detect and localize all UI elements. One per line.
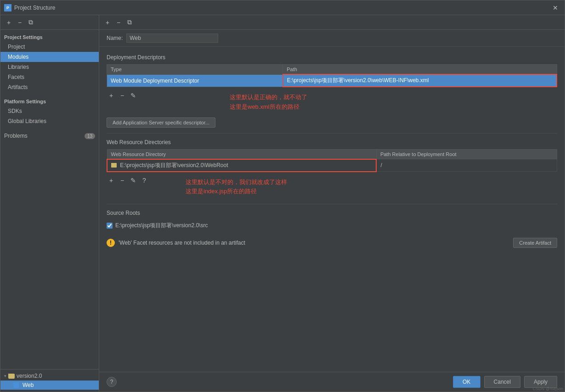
web-dir-col-header: Web Resource Directory xyxy=(107,149,376,159)
main-toolbar: + − ⧉ xyxy=(99,15,565,30)
platform-settings-label: Platform Settings xyxy=(0,96,99,106)
folder-icon xyxy=(8,374,15,379)
sidebar-item-facets[interactable]: Facets xyxy=(0,72,99,82)
dd-annotation: 这里默认是正确的，就不动了 这里是web.xml所在的路径 xyxy=(230,93,557,112)
module-icon xyxy=(13,382,19,388)
source-root-checkbox[interactable] xyxy=(107,223,113,229)
tree-item-web-label: Web xyxy=(23,382,34,388)
main-remove-button[interactable]: − xyxy=(114,18,123,27)
deployment-path-cell: E:\projects\jsp项目部署\version2.0\web\WEB-I… xyxy=(283,74,557,87)
dd-edit-btn[interactable]: ✎ xyxy=(129,91,138,100)
chevron-down-icon: ▾ xyxy=(4,374,6,378)
wrd-add-btn[interactable]: + xyxy=(107,176,116,185)
source-roots-section: Source Roots E:\projects\jsp项目部署\version… xyxy=(107,210,557,231)
separator-1 xyxy=(107,133,557,134)
problems-badge: 13 xyxy=(85,133,95,139)
table-row[interactable]: E:\projects\jsp项目部署\version2.0\WebRoot / xyxy=(107,159,557,172)
dd-remove-btn[interactable]: − xyxy=(118,91,127,100)
ok-button[interactable]: OK xyxy=(453,376,480,388)
path-rel-col-header: Path Relative to Deployment Root xyxy=(376,149,557,159)
deployment-descriptors-table: Type Path Web Module Deployment Descript… xyxy=(107,64,557,87)
create-artifact-button[interactable]: Create Artifact xyxy=(513,238,557,248)
wrd-remove-btn[interactable]: − xyxy=(118,176,127,185)
add-button[interactable]: + xyxy=(4,18,13,27)
name-input[interactable] xyxy=(126,34,218,43)
sidebar-item-global-libraries[interactable]: Global Libraries xyxy=(0,116,99,126)
remove-button[interactable]: − xyxy=(15,18,24,27)
sidebar-item-libraries[interactable]: Libraries xyxy=(0,62,99,72)
add-server-button[interactable]: Add Application Server specific descript… xyxy=(107,118,215,128)
sidebar-toolbar: + − ⧉ xyxy=(0,15,99,30)
wrd-annotation: 这里默认是不对的，我们就改成了这样 这里是index.jsp所在的路径 xyxy=(186,178,557,197)
main-copy-button[interactable]: ⧉ xyxy=(125,18,134,27)
web-dir-cell: E:\projects\jsp项目部署\version2.0\WebRoot xyxy=(107,159,376,172)
close-button[interactable]: ✕ xyxy=(550,3,561,12)
tree-item-version[interactable]: ▾ version2.0 xyxy=(0,371,99,381)
type-col-header: Type xyxy=(107,65,283,75)
sidebar-nav: Project Settings Project Modules Librari… xyxy=(0,30,99,369)
module-tree: ▾ version2.0 Web xyxy=(0,369,99,392)
main-panel: + − ⧉ Name: Deployment Descriptors Type … xyxy=(99,15,565,392)
main-content: Deployment Descriptors Type Path Web Mod… xyxy=(99,47,565,372)
problems-label: Problems xyxy=(4,133,28,139)
bottom-bar: ? OK Cancel Apply xyxy=(99,372,565,392)
main-add-button[interactable]: + xyxy=(103,18,112,27)
separator-2 xyxy=(107,204,557,204)
wrd-help-btn[interactable]: ? xyxy=(140,176,149,185)
warning-icon: ! xyxy=(107,239,115,247)
help-button[interactable]: ? xyxy=(107,377,117,387)
path-col-header: Path xyxy=(283,65,557,75)
sidebar-item-problems[interactable]: Problems 13 xyxy=(0,130,99,142)
path-rel-cell: / xyxy=(376,159,557,172)
cancel-button[interactable]: Cancel xyxy=(484,376,520,388)
web-resource-table: Web Resource Directory Path Relative to … xyxy=(107,149,557,172)
sidebar: + − ⧉ Project Settings Project Modules L… xyxy=(0,15,99,392)
wrd-table-toolbar: + − ✎ ? xyxy=(107,176,149,185)
project-settings-label: Project Settings xyxy=(0,32,99,42)
name-row: Name: xyxy=(99,30,565,47)
svg-text:P: P xyxy=(6,6,9,10)
tree-item-version-label: version2.0 xyxy=(17,373,42,379)
watermark: CSDN @mejson xyxy=(533,386,563,391)
table-row[interactable]: Web Module Deployment Descriptor E:\proj… xyxy=(107,74,557,87)
sidebar-item-project[interactable]: Project xyxy=(0,42,99,52)
wrd-edit-btn[interactable]: ✎ xyxy=(129,176,138,185)
warning-row: ! 'Web' Facet resources are not included… xyxy=(107,235,557,251)
app-icon: P xyxy=(4,4,11,11)
dd-table-toolbar: + − ✎ xyxy=(107,91,138,100)
titlebar: P Project Structure ✕ xyxy=(0,0,565,15)
copy-button[interactable]: ⧉ xyxy=(26,18,35,27)
source-roots-title: Source Roots xyxy=(107,210,557,216)
tree-item-web[interactable]: Web xyxy=(0,381,99,390)
sidebar-item-artifacts[interactable]: Artifacts xyxy=(0,82,99,92)
sidebar-item-sdks[interactable]: SDKs xyxy=(0,106,99,116)
dialog-title: Project Structure xyxy=(14,5,550,11)
web-resource-dir-title: Web Resource Directories xyxy=(107,139,557,146)
folder-small-icon xyxy=(111,163,117,168)
sidebar-item-modules[interactable]: Modules xyxy=(0,52,99,62)
warning-message: 'Web' Facet resources are not included i… xyxy=(119,240,245,246)
source-root-row: E:\projects\jsp项目部署\version2.0\src xyxy=(107,220,557,231)
deployment-type-cell: Web Module Deployment Descriptor xyxy=(107,74,283,87)
name-label: Name: xyxy=(107,35,123,41)
deployment-descriptors-title: Deployment Descriptors xyxy=(107,54,557,61)
source-root-path: E:\projects\jsp项目部署\version2.0\src xyxy=(115,222,208,230)
dd-add-btn[interactable]: + xyxy=(107,91,116,100)
